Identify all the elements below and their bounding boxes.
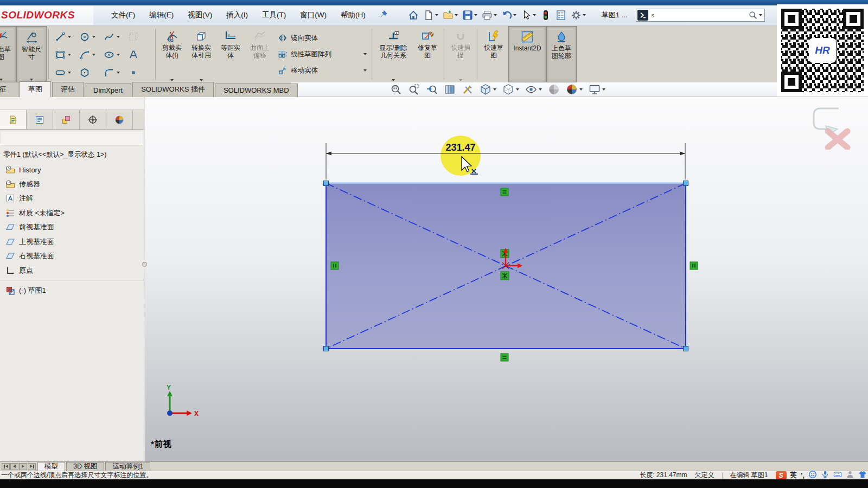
displaymanager-tab[interactable] <box>106 110 133 129</box>
trim-entities-button[interactable]: 剪裁实体(I) <box>157 26 187 82</box>
part-title[interactable]: 零件1 (默认<<默认>_显示状态 1>) <box>0 145 144 163</box>
new-document-button[interactable] <box>422 9 440 22</box>
crossed-tools-button[interactable] <box>461 83 474 96</box>
tab-sketch[interactable]: 草图 <box>20 81 51 97</box>
sketch-canvas[interactable]: 231.47 <box>145 97 868 461</box>
view-settings-button[interactable] <box>588 83 606 96</box>
tab-model[interactable]: 模型 <box>37 462 65 471</box>
document-switcher[interactable]: 草图1 ... <box>602 10 628 20</box>
zoom-to-fit-button[interactable] <box>390 83 403 96</box>
move-entities-button[interactable]: 移动实体 <box>278 63 367 78</box>
scroll-first-button[interactable] <box>2 463 10 470</box>
display-style-button[interactable] <box>502 83 520 96</box>
print-button[interactable] <box>480 9 499 22</box>
tree-item-sensors[interactable]: 传感器 <box>5 177 144 192</box>
scroll-last-button[interactable] <box>28 463 36 470</box>
text-tool-button[interactable] <box>128 49 152 60</box>
menu-view[interactable]: 视图(V) <box>182 8 218 22</box>
tree-item-history[interactable]: History <box>5 163 144 177</box>
graphics-viewport[interactable]: 231.47 <box>145 97 868 461</box>
mirror-entities-button[interactable]: 镜向实体 <box>278 31 367 45</box>
search-dropdown-icon[interactable] <box>759 14 762 16</box>
scroll-right-button[interactable] <box>19 463 27 470</box>
rebuild-traffic-light-button[interactable] <box>539 9 553 22</box>
view-orientation-button[interactable] <box>479 83 497 96</box>
featuremanager-tab[interactable] <box>0 110 27 129</box>
save-button[interactable] <box>461 9 479 22</box>
ime-language-toggle[interactable]: 英 <box>790 471 797 480</box>
point-tool-button[interactable] <box>128 67 152 78</box>
sogou-logo[interactable]: S <box>776 471 787 479</box>
tree-item-top-plane[interactable]: 上视基准面 <box>5 235 144 249</box>
menu-insert[interactable]: 插入(I) <box>220 8 254 22</box>
spline-tool-button[interactable] <box>104 31 128 42</box>
relations-dropdown-icon[interactable] <box>392 79 395 81</box>
menu-tools[interactable]: 工具(T) <box>256 8 292 22</box>
dimxpertmanager-tab[interactable] <box>80 110 106 129</box>
tree-item-right-plane[interactable]: 右视基准面 <box>5 249 144 264</box>
tab-features[interactable]: 特征 <box>0 82 18 97</box>
settings-gear-button[interactable] <box>569 9 588 22</box>
apply-scene-button[interactable] <box>565 83 583 96</box>
display-delete-relations-button[interactable]: 显示/删除几何关系 <box>374 26 413 82</box>
dimension-value[interactable]: 231.47 <box>445 142 475 153</box>
select-cursor-button[interactable] <box>519 9 538 22</box>
rapid-sketch-button[interactable]: 快速草图 <box>479 26 508 82</box>
slot-tool-button[interactable] <box>55 67 79 78</box>
tree-item-origin[interactable]: 原点 <box>5 264 144 278</box>
open-button[interactable] <box>441 9 459 22</box>
polygon-tool-button[interactable] <box>79 67 104 78</box>
undo-button[interactable] <box>500 9 518 22</box>
configurationmanager-tab[interactable] <box>53 110 80 129</box>
instant2d-button[interactable]: Instant2D <box>508 26 546 82</box>
options-list-button[interactable] <box>554 9 568 22</box>
tab-evaluate[interactable]: 评估 <box>52 82 84 97</box>
shaded-sketch-contours-button[interactable]: 上色草图轮廓 <box>546 26 577 82</box>
previous-view-button[interactable] <box>425 83 438 96</box>
repair-sketch-button[interactable]: 修复草图 <box>413 26 442 82</box>
tab-dimxpert[interactable]: DimXpert <box>85 84 131 97</box>
ellipse-tool-button[interactable] <box>104 49 128 60</box>
tab-motion-study1[interactable]: 运动算例1 <box>105 462 150 471</box>
offset-entities-button[interactable]: 等距实体 <box>216 26 245 82</box>
linear-pattern-button[interactable]: 线性草图阵列 <box>278 47 367 61</box>
hide-show-items-button[interactable] <box>525 83 542 96</box>
pin-menu-icon[interactable] <box>379 10 388 21</box>
tab-solidworks-addins[interactable]: SOLIDWORKS 插件 <box>132 82 214 97</box>
move-entities-dropdown-icon[interactable] <box>363 69 367 72</box>
rectangle-tool-button[interactable] <box>55 49 79 60</box>
tree-splitter[interactable] <box>0 280 144 281</box>
linear-pattern-dropdown-icon[interactable] <box>363 53 367 55</box>
smart-dimension-button[interactable]: 智能尺寸 <box>16 26 47 82</box>
fillet-tool-button[interactable] <box>104 67 128 78</box>
arc-tool-button[interactable] <box>79 49 104 60</box>
tree-item-front-plane[interactable]: 前视基准面 <box>5 220 144 235</box>
home-button[interactable] <box>406 9 420 22</box>
circle-tool-button[interactable] <box>79 31 104 42</box>
menu-edit[interactable]: 编辑(E) <box>143 8 180 22</box>
tab-solidworks-mbd[interactable]: SOLIDWORKS MBD <box>215 84 298 97</box>
tree-item-material[interactable]: 材质 <未指定> <box>5 206 144 221</box>
menu-window[interactable]: 窗口(W) <box>294 8 333 22</box>
tree-item-annotations[interactable]: 注解 <box>5 191 144 206</box>
tab-3d-views[interactable]: 3D 视图 <box>66 462 104 471</box>
menu-file[interactable]: 文件(F) <box>105 8 141 22</box>
section-view-button[interactable] <box>443 83 456 96</box>
line-tool-button[interactable] <box>55 31 79 42</box>
menu-help[interactable]: 帮助(H) <box>335 8 372 22</box>
search-box[interactable]: s <box>636 9 765 22</box>
convert-entities-button[interactable]: 转换实体引用 <box>187 26 216 82</box>
panel-splitter-handle[interactable] <box>142 262 147 267</box>
tree-item-sketch1[interactable]: (-) 草图1 <box>5 284 144 298</box>
ime-punctuation-toggle[interactable]: ’, <box>801 472 805 479</box>
smart-dimension-dropdown-icon[interactable] <box>30 79 33 81</box>
search-input[interactable]: s <box>651 12 748 18</box>
exit-sketch-dropdown-icon[interactable] <box>0 79 3 81</box>
exit-sketch-button[interactable]: 退出草图 <box>0 26 16 82</box>
propertymanager-tab[interactable] <box>27 110 53 129</box>
magnifier-icon[interactable] <box>748 10 758 20</box>
origin-axes-icon <box>5 266 15 275</box>
zoom-to-area-button[interactable] <box>407 83 420 96</box>
search-command-icon[interactable] <box>637 10 648 21</box>
scroll-left-button[interactable] <box>10 463 18 470</box>
